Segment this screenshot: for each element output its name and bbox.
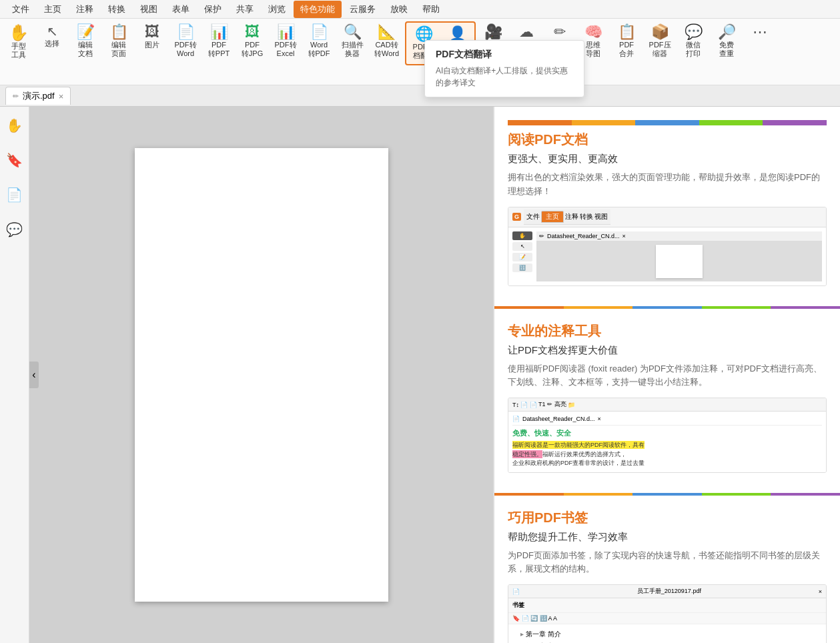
menu-cloud[interactable]: 云服务	[343, 1, 382, 18]
mini-menu-file: 文件	[526, 212, 540, 221]
meeting-icon: 🎥	[484, 25, 502, 39]
pdf-to-jpg-button[interactable]: 🖼 PDF转JPG	[236, 21, 268, 61]
pdf-page	[135, 148, 388, 602]
menu-form[interactable]: 表单	[165, 1, 196, 18]
highlight-pink-text: 稳定性强。	[512, 450, 542, 458]
menu-features[interactable]: 特色功能	[294, 1, 342, 18]
menu-view[interactable]: 视图	[133, 1, 164, 18]
feature-annotate-section: 专业的注释工具 让PDF文档发挥更大价值 使用福昕PDF阅读器 (foxit r…	[508, 322, 827, 473]
free-check-button[interactable]: 🔎 免费查重	[711, 21, 743, 61]
bookmark-filename: 员工手册_20120917.pdf	[637, 587, 701, 596]
menu-protect[interactable]: 保护	[197, 1, 228, 18]
bookmark-tool-icons: 🔖 📄 🔄 🔢 A A	[512, 615, 557, 622]
color-bar-yellow	[572, 120, 636, 125]
edit-doc-button[interactable]: 📝 编辑文档	[69, 21, 101, 61]
scan-label: 扫描件换器	[342, 41, 364, 58]
sidebar-bookmark-icon[interactable]: 🔖	[2, 148, 27, 172]
read-description: 拥有出色的文档渲染效果，强大的页面管理功能，帮助提升效率，是您阅读PDF的理想选…	[508, 171, 827, 199]
menu-browser[interactable]: 浏览	[262, 1, 292, 18]
tab-edit-icon: ✏	[13, 92, 19, 101]
mini-menu-view: 视图	[594, 212, 608, 221]
pdf-to-ppt-label: PDF转PPT	[208, 41, 230, 58]
edit-page-label: 编辑页面	[111, 41, 126, 58]
annotate-title: 专业的注释工具	[508, 322, 827, 340]
mini-tab-home: 主页	[541, 211, 564, 223]
pdf-merge-button[interactable]: 📋 PDF合并	[610, 21, 643, 61]
image-button[interactable]: 🖼 图片	[136, 21, 168, 53]
annotate-preview-header: T↕ 📄 📄 T1 ✏ 高亮 📁	[508, 398, 826, 412]
scroll-right-button[interactable]: ⋯	[744, 21, 776, 44]
menu-convert[interactable]: 转换	[101, 1, 132, 18]
select-tool-label: 选择	[45, 39, 59, 48]
divider-2	[494, 493, 840, 496]
menu-home[interactable]: 主页	[37, 1, 68, 18]
feature-read-section: 阅读PDF文档 更强大、更实用、更高效 拥有出色的文档渲染效果，强大的页面管理功…	[508, 131, 827, 286]
word-to-pdf-label: Word转PDF	[308, 41, 330, 58]
edit-doc-icon: 📝	[77, 25, 95, 39]
pdf-view-area: ‹	[29, 107, 493, 643]
menu-share[interactable]: 共享	[230, 1, 260, 18]
div1-green	[702, 306, 771, 309]
tab-bar: ✏ 演示.pdf ×	[0, 85, 840, 107]
menu-file[interactable]: 文件	[5, 1, 36, 18]
annotate-filename: Datasheet_Reader_CN.d...	[522, 416, 595, 422]
select-tool-button[interactable]: ↖ 选择	[36, 21, 68, 51]
pdf-to-word-button[interactable]: 📄 PDF转Word	[169, 21, 201, 61]
menu-present[interactable]: 放映	[384, 1, 414, 18]
sidebar-comment-icon[interactable]: 💬	[2, 217, 27, 241]
select-icon: ↖	[47, 25, 58, 38]
bookmark-description: 为PDF页面添加书签，除了实现内容的快速导航，书签还能指明不同书签的层级关系，展…	[508, 549, 827, 577]
div2-yellow	[564, 493, 633, 496]
mini-logo: G	[512, 213, 521, 221]
merge-label: PDF合并	[619, 41, 634, 58]
hand-tool-button[interactable]: ✋ 手型工具	[3, 21, 35, 63]
scan-replace-button[interactable]: 🔍 扫描件换器	[336, 21, 368, 61]
menu-annotate[interactable]: 注释	[69, 1, 100, 18]
cad-to-word-button[interactable]: 📐 CAD转转Word	[370, 21, 404, 61]
pdf-tab[interactable]: ✏ 演示.pdf ×	[5, 87, 71, 105]
merge-icon: 📋	[618, 25, 636, 39]
pdf-to-word-label: PDF转Word	[175, 41, 197, 58]
human-translate-icon: 👤	[448, 27, 466, 41]
highlight-yellow-text: 福昕阅读器是一款功能强大的PDF阅读软件，具有	[512, 441, 645, 449]
image-label: 图片	[145, 41, 159, 49]
tab-close-icon[interactable]: ×	[59, 91, 64, 101]
sidebar-page-icon[interactable]: 📄	[2, 183, 27, 207]
edit-page-button[interactable]: 📋 编辑页面	[103, 21, 135, 61]
mini-menu-convert: 转换	[580, 212, 593, 221]
div2-orange	[494, 493, 564, 496]
tooltip-title: PDF文档翻译	[436, 49, 573, 61]
left-sidebar: ✋ 🔖 📄 💬	[0, 107, 29, 643]
compress-icon: 📦	[651, 25, 669, 39]
div1-blue	[633, 306, 702, 309]
annotate-file-icon: 📄	[512, 416, 520, 422]
annotate-highlight-title: 免费、快速、安全	[512, 428, 822, 438]
pdf-to-ppt-button[interactable]: 📊 PDF转PPT	[203, 21, 235, 61]
online-edit-icon: ✏	[554, 25, 566, 39]
color-bar-orange	[508, 120, 572, 125]
scan-icon: 🔍	[344, 25, 362, 39]
menu-help[interactable]: 帮助	[416, 1, 446, 18]
pdf-compress-button[interactable]: 📦 PDF压缩器	[644, 21, 676, 61]
div2-purple	[771, 493, 840, 496]
pdf-to-ppt-icon: 📊	[210, 25, 228, 39]
preview-tab-name: Datasheet_Reader_CN.d...	[547, 233, 620, 239]
sidebar-hand-icon[interactable]: ✋	[2, 113, 27, 137]
cloud-icon: ☁	[519, 25, 534, 39]
collapse-arrow-button[interactable]: ‹	[29, 362, 39, 388]
wechat-print-button[interactable]: 💬 微信打印	[677, 21, 709, 61]
pdf-to-excel-button[interactable]: 📊 PDF转Excel	[270, 21, 302, 61]
pdf-translate-icon: 🌐	[415, 27, 433, 41]
annotate-preview: T↕ 📄 📄 T1 ✏ 高亮 📁 📄 Datasheet_Reader_CN.d…	[508, 398, 827, 473]
pdf-to-excel-label: PDF转Excel	[275, 41, 297, 58]
div2-blue	[633, 493, 702, 496]
compress-label: PDF压缩器	[649, 41, 671, 58]
annotate-toolbar-icons: T↕ 📄 📄	[512, 402, 537, 408]
read-title: 阅读PDF文档	[508, 131, 827, 149]
annotate-toolbar-icons2: T1 ✏ 高亮	[538, 400, 566, 409]
word-to-pdf-button[interactable]: 📄 Word转PDF	[303, 21, 335, 61]
annotate-subtitle: 让PDF文档发挥更大价值	[508, 344, 827, 357]
bookmark-item-1: 第一章 简介	[512, 628, 822, 640]
menu-bar: 文件 主页 注释 转换 视图 表单 保护 共享 浏览 特色功能 云服务 放映 帮…	[0, 0, 840, 19]
pdf-to-word-icon: 📄	[177, 25, 195, 39]
